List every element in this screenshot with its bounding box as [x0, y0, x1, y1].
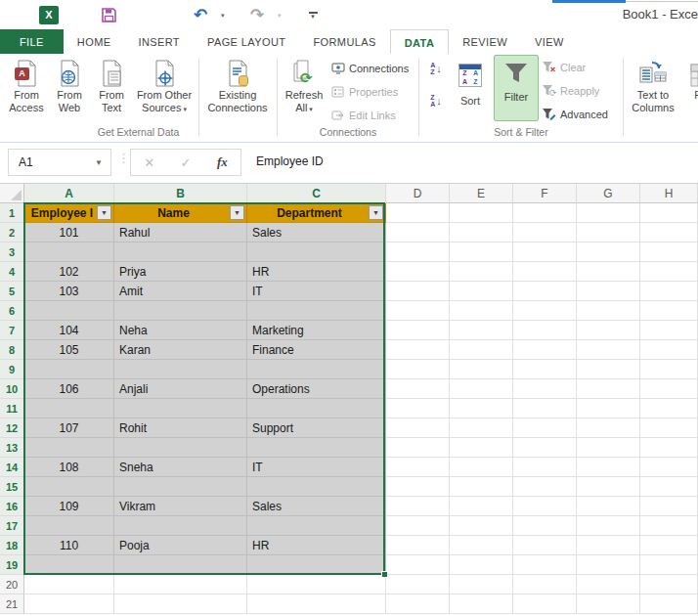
cell-D5[interactable] — [386, 282, 450, 301]
cell-G2[interactable] — [577, 223, 640, 242]
cell-G20[interactable] — [577, 575, 640, 594]
sort-descending-button[interactable]: ZA↓ — [423, 89, 449, 112]
cell-F19[interactable] — [513, 555, 577, 575]
cell-D1[interactable] — [386, 203, 450, 223]
cell-G19[interactable] — [577, 555, 640, 575]
cell-B1[interactable]: Name▼ — [114, 203, 247, 223]
column-header-D[interactable]: D — [386, 184, 450, 203]
cell-E4[interactable] — [450, 262, 513, 282]
cell-G7[interactable] — [577, 321, 640, 340]
cell-A8[interactable]: 105 — [24, 340, 114, 360]
cell-C10[interactable]: Operations — [247, 379, 386, 399]
cell-D18[interactable] — [386, 536, 450, 555]
undo-dropdown-icon[interactable]: ▾ — [221, 12, 225, 20]
cell-F2[interactable] — [513, 223, 577, 242]
cell-A21[interactable] — [24, 594, 114, 614]
cell-C15[interactable] — [247, 477, 386, 497]
cell-D9[interactable] — [386, 360, 450, 379]
filter-dropdown-A1[interactable]: ▼ — [97, 205, 111, 220]
undo-icon[interactable]: ↶ — [190, 5, 211, 24]
cell-B3[interactable] — [114, 242, 247, 262]
cell-G14[interactable] — [577, 458, 640, 477]
cell-E1[interactable] — [450, 203, 513, 223]
cell-A14[interactable]: 108 — [24, 458, 114, 477]
cell-C18[interactable]: HR — [247, 536, 386, 555]
cell-D3[interactable] — [386, 242, 450, 262]
cell-E14[interactable] — [450, 458, 513, 477]
cell-G8[interactable] — [577, 340, 640, 360]
cell-G10[interactable] — [577, 379, 640, 399]
cell-B19[interactable] — [114, 555, 247, 575]
cell-F13[interactable] — [513, 438, 577, 458]
cell-B16[interactable]: Vikram — [114, 497, 247, 516]
cell-A9[interactable] — [24, 360, 114, 379]
cell-B17[interactable] — [114, 516, 247, 536]
cell-A6[interactable] — [24, 301, 114, 321]
cell-A1[interactable]: Employee I▼ — [24, 203, 114, 223]
tab-data[interactable]: DATA — [390, 29, 450, 55]
cell-B15[interactable] — [114, 477, 247, 497]
cell-D4[interactable] — [386, 262, 450, 282]
cell-B8[interactable]: Karan — [114, 340, 247, 360]
cell-C11[interactable] — [247, 399, 386, 418]
existing-connections-button[interactable]: ExistingConnections — [201, 56, 274, 114]
cell-C3[interactable] — [247, 242, 386, 262]
cell-D21[interactable] — [386, 594, 450, 614]
cell-A15[interactable] — [24, 477, 114, 497]
tab-page-layout[interactable]: PAGE LAYOUT — [194, 29, 299, 54]
row-header-2[interactable]: 2 — [0, 223, 24, 242]
cell-B13[interactable] — [114, 438, 247, 458]
cell-F3[interactable] — [513, 242, 577, 262]
cell-F20[interactable] — [513, 575, 577, 594]
cell-H21[interactable] — [640, 594, 698, 614]
save-icon[interactable] — [98, 5, 119, 24]
cell-H19[interactable] — [640, 555, 698, 575]
cell-D17[interactable] — [386, 516, 450, 536]
row-header-3[interactable]: 3 — [0, 242, 24, 262]
flash-fill-button[interactable]: FlaF — [682, 56, 698, 114]
cell-F5[interactable] — [513, 282, 577, 301]
cell-E6[interactable] — [450, 301, 513, 321]
cell-C20[interactable] — [247, 575, 386, 594]
row-header-5[interactable]: 5 — [0, 282, 24, 301]
cell-E19[interactable] — [450, 555, 513, 575]
cell-F9[interactable] — [513, 360, 577, 379]
column-header-H[interactable]: H — [640, 184, 698, 203]
from-web-button[interactable]: FromWeb — [49, 56, 90, 114]
cell-H18[interactable] — [640, 536, 698, 555]
column-header-G[interactable]: G — [577, 184, 640, 203]
cell-E12[interactable] — [450, 418, 513, 438]
cell-G3[interactable] — [577, 242, 640, 262]
row-header-20[interactable]: 20 — [0, 575, 24, 594]
cell-G1[interactable] — [577, 203, 640, 223]
cell-G4[interactable] — [577, 262, 640, 282]
row-header-19[interactable]: 19 — [0, 555, 24, 575]
cell-E16[interactable] — [450, 497, 513, 516]
cell-G13[interactable] — [577, 438, 640, 458]
cell-F1[interactable] — [513, 203, 577, 223]
cell-B10[interactable]: Anjali — [114, 379, 247, 399]
cell-H13[interactable] — [640, 438, 698, 458]
cell-C1[interactable]: Department▼ — [247, 203, 386, 223]
cell-F4[interactable] — [513, 262, 577, 282]
cell-G11[interactable] — [577, 399, 640, 418]
cell-F7[interactable] — [513, 321, 577, 340]
cell-F17[interactable] — [513, 516, 577, 536]
cell-A19[interactable] — [24, 555, 114, 575]
cell-D16[interactable] — [386, 497, 450, 516]
cell-C2[interactable]: Sales — [247, 223, 386, 242]
cell-G5[interactable] — [577, 282, 640, 301]
text-to-columns-button[interactable]: Text toColumns — [626, 56, 680, 114]
row-header-4[interactable]: 4 — [0, 262, 24, 282]
from-other-sources-button[interactable]: From OtherSources▾ — [133, 56, 196, 115]
row-header-16[interactable]: 16 — [0, 497, 24, 516]
cell-F12[interactable] — [513, 418, 577, 438]
cell-A12[interactable]: 107 — [24, 418, 114, 438]
cell-A18[interactable]: 110 — [24, 536, 114, 555]
tab-view[interactable]: VIEW — [521, 29, 578, 54]
tab-home[interactable]: HOME — [64, 29, 125, 54]
cell-A4[interactable]: 102 — [24, 262, 114, 282]
cell-H5[interactable] — [640, 282, 698, 301]
cell-A5[interactable]: 103 — [24, 282, 114, 301]
cell-H3[interactable] — [640, 242, 698, 262]
